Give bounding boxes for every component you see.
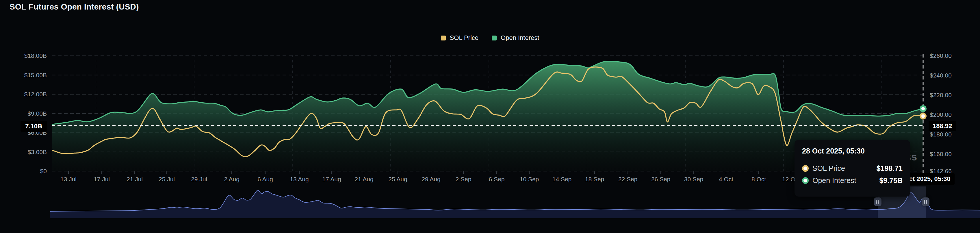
grip-bar-icon bbox=[926, 200, 927, 204]
chart-canvas[interactable] bbox=[0, 0, 980, 233]
series-dot-icon bbox=[802, 165, 809, 172]
grip-bar-icon bbox=[924, 200, 925, 204]
navigator-left-handle[interactable] bbox=[874, 198, 881, 206]
tooltip-row: Open Interest$9.75B bbox=[802, 174, 902, 187]
sol-price-marker bbox=[921, 113, 926, 118]
grip-bar-icon bbox=[876, 200, 877, 204]
tooltip-series-value: $198.71 bbox=[877, 164, 902, 172]
tooltip-series-value: $9.75B bbox=[879, 176, 902, 185]
open-interest-marker bbox=[921, 106, 926, 111]
grip-bar-icon bbox=[878, 200, 879, 204]
tooltip-date: 28 Oct 2025, 05:30 bbox=[802, 147, 902, 155]
chart-root: SOL Futures Open Interest (USD) SOL Pric… bbox=[0, 0, 980, 233]
tooltip-series-name: SOL Price bbox=[813, 164, 845, 172]
series-dot-icon bbox=[802, 177, 809, 184]
navigator-right-handle[interactable] bbox=[922, 198, 929, 206]
tooltip-series-name: Open Interest bbox=[813, 176, 856, 185]
open-interest-area bbox=[52, 61, 923, 171]
tooltip: 28 Oct 2025, 05:30 SOL Price$198.71Open … bbox=[794, 140, 910, 196]
tooltip-row: SOL Price$198.71 bbox=[802, 162, 902, 174]
